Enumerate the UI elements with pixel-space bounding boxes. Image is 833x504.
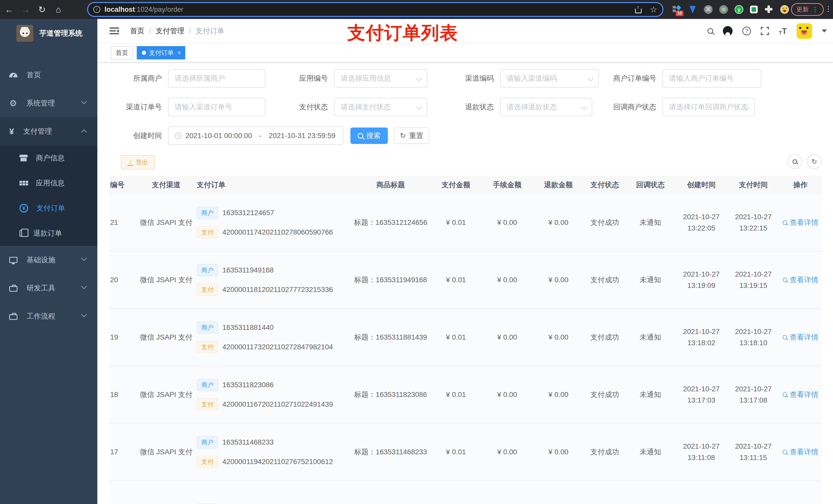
- notify-status-filter-label: 回调商户状态: [600, 102, 662, 112]
- gear-icon: ⚙: [9, 99, 17, 107]
- merchant-order-no-filter-input[interactable]: [662, 69, 761, 88]
- sidebar-item-refund-order[interactable]: 退款订单: [0, 221, 97, 246]
- browser-forward-button[interactable]: →: [19, 2, 33, 17]
- cell-fee: ¥ 0.00: [481, 218, 533, 226]
- tab-pay-order[interactable]: 支付订单 ×: [137, 46, 185, 59]
- sidebar-item-merchant-info[interactable]: 商户信息: [0, 145, 97, 171]
- sidebar-item-dev-tools[interactable]: 研发工具: [0, 274, 97, 302]
- address-bar[interactable]: i localhost:1024/pay/order ↑ ☆: [87, 2, 663, 17]
- cell-title: 标题：1635312124656: [351, 218, 430, 227]
- refund-status-filter-select[interactable]: 请选择退款状态: [500, 98, 592, 116]
- share-icon[interactable]: ↑: [635, 6, 642, 13]
- magnifier-icon: [783, 450, 787, 454]
- view-details-link[interactable]: 查看详情: [783, 390, 818, 400]
- reset-button[interactable]: ↻重置: [394, 127, 429, 144]
- breadcrumb-payment[interactable]: 支付管理: [156, 26, 185, 36]
- cell-channel: 微信 JSAPI 支付: [136, 332, 197, 342]
- channel-code-filter-select[interactable]: 请输入渠道编码: [500, 69, 599, 88]
- breadcrumb-home[interactable]: 首页: [130, 26, 144, 36]
- browser-chrome: ← → ↻ ⌂ i localhost:1024/pay/order ↑ ☆ 1…: [0, 0, 833, 19]
- view-details-link[interactable]: 查看详情: [783, 332, 818, 342]
- view-details-link[interactable]: 查看详情: [783, 218, 818, 227]
- merchant-tag: 商户: [197, 207, 218, 219]
- cell-action: 查看详情: [779, 447, 822, 457]
- cell-pay-status: 支付成功: [584, 447, 625, 457]
- extension-icon-kite[interactable]: [688, 5, 697, 14]
- close-icon[interactable]: ×: [178, 49, 181, 56]
- cell-pay-status: 支付成功: [584, 390, 625, 400]
- merchant-filter-input[interactable]: [168, 69, 265, 88]
- cell-pay-time: 2021-10-2713:11:15: [728, 441, 779, 463]
- table-row: 18 微信 JSAPI 支付 商户1635311823086 支付4200001…: [109, 366, 822, 424]
- sidebar: 芋道管理系统 首页 ⚙ 系统管理 ¥ 支付管理: [0, 19, 97, 504]
- extension-icon-dot[interactable]: [719, 5, 728, 14]
- cell-pay-time: 2021-10-2713:17:08: [728, 383, 779, 406]
- sidebar-item-system[interactable]: ⚙ 系统管理: [0, 89, 97, 117]
- avatar-caret-icon[interactable]: [822, 29, 827, 32]
- filter-row-3: 创建时间 2021-10-01 00:00:00 - 2021-10-31 23…: [97, 126, 833, 145]
- cell-refund: ¥ 0.00: [533, 333, 584, 341]
- page-content: 所属商户 应用编号 请选择应用信息 渠道编码 请输入渠道编码 商户订单编号 渠道…: [97, 63, 833, 504]
- cell-title: 标题：1635311881439: [351, 332, 430, 342]
- sidebar-item-workflow[interactable]: 工作流程: [0, 302, 97, 330]
- cell-pay-order: 商户1635312124657 支付4200001174202110278060…: [197, 207, 351, 238]
- yen-circle-icon: ¥: [20, 204, 28, 213]
- app-title: 芋道管理系统: [40, 28, 82, 38]
- pay-status-filter-select[interactable]: 请选择支付状态: [334, 98, 427, 116]
- avatar[interactable]: [796, 23, 812, 39]
- search-icon[interactable]: [708, 28, 713, 34]
- cell-refund: ¥ 0.00: [533, 276, 584, 284]
- bookmark-star-icon[interactable]: ☆: [650, 5, 657, 14]
- tab-home[interactable]: 首页: [111, 46, 133, 59]
- grid-icon: [20, 181, 22, 183]
- pay-tag: 支付: [197, 341, 218, 353]
- sidebar-item-home[interactable]: 首页: [0, 61, 97, 89]
- sidebar-item-payment[interactable]: ¥ 支付管理: [0, 117, 97, 145]
- magnifier-icon: [783, 278, 787, 282]
- help-icon[interactable]: ?: [742, 27, 751, 35]
- app-logo-bar: 芋道管理系统: [0, 19, 97, 48]
- extension-icon-chat[interactable]: [750, 6, 758, 13]
- extension-icon-command[interactable]: ⌘: [704, 5, 713, 14]
- chevron-down-icon: [581, 104, 587, 110]
- browser-update-button[interactable]: 更新⋮: [791, 3, 824, 16]
- date-range-picker[interactable]: 2021-10-01 00:00:00 - 2021-10-31 23:59:5…: [168, 126, 343, 145]
- chevron-up-icon: [81, 129, 87, 135]
- view-details-link[interactable]: 查看详情: [783, 275, 818, 285]
- browser-reload-button[interactable]: ↻: [35, 2, 49, 17]
- cell-title: 标题：1635311823086: [351, 390, 430, 400]
- search-button[interactable]: 搜索: [351, 127, 388, 144]
- date-start: 2021-10-01 00:00:00: [186, 131, 252, 140]
- pay-tag: 支付: [197, 456, 218, 468]
- channel-order-no-filter-input[interactable]: [168, 98, 265, 116]
- font-size-icon[interactable]: TT: [779, 26, 787, 36]
- table-row: 20 微信 JSAPI 支付 商户1635311949168 支付4200001…: [109, 251, 822, 309]
- export-button[interactable]: ↓ 导出: [121, 155, 155, 170]
- sidebar-collapse-icon[interactable]: [110, 27, 119, 34]
- extension-icon-y[interactable]: y: [735, 5, 743, 14]
- window-menu-icon[interactable]: ⋮: [825, 5, 832, 13]
- app-filter-select[interactable]: 请选择应用信息: [334, 69, 427, 88]
- view-details-link[interactable]: 查看详情: [783, 447, 818, 457]
- toggle-search-button[interactable]: [787, 154, 802, 169]
- cell-fee: ¥ 0.00: [481, 448, 533, 456]
- extensions-puzzle-icon[interactable]: [764, 5, 774, 14]
- cell-notify-status: 未通知: [625, 332, 675, 342]
- refresh-table-button[interactable]: ↻: [807, 154, 822, 169]
- toolbox-icon: [9, 286, 18, 292]
- sidebar-item-pay-order[interactable]: ¥ 支付订单: [0, 196, 97, 221]
- sidebar-item-infrastructure[interactable]: 基础设施: [0, 246, 97, 274]
- browser-home-button[interactable]: ⌂: [51, 2, 66, 17]
- profile-emoji-icon[interactable]: [780, 5, 789, 14]
- notify-status-filter-select[interactable]: 请选择订单回调商户状态: [662, 98, 755, 116]
- site-info-icon[interactable]: i: [93, 6, 100, 13]
- browser-back-button[interactable]: ←: [2, 2, 16, 17]
- shop-icon: [20, 155, 28, 161]
- cell-title: 标题：1635311468233: [351, 447, 430, 457]
- fullscreen-icon[interactable]: [761, 27, 769, 35]
- cell-amount: ¥ 0.01: [430, 276, 481, 284]
- cell-create-time: 2021-10-2713:19:09: [675, 269, 728, 291]
- github-icon[interactable]: [723, 26, 733, 36]
- sidebar-item-app-info[interactable]: 应用信息: [0, 171, 97, 196]
- extension-icon-badge[interactable]: 10: [672, 5, 681, 14]
